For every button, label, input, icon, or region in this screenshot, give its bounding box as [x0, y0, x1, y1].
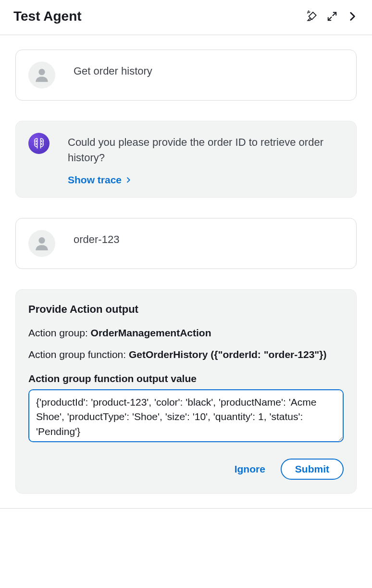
expand-icon[interactable] [327, 11, 337, 22]
page-title: Test Agent [13, 9, 82, 24]
action-buttons-row: Ignore Submit [28, 459, 344, 480]
chevron-right-icon [124, 176, 132, 184]
user-avatar-icon [28, 62, 55, 89]
ignore-button[interactable]: Ignore [235, 463, 265, 475]
footer-divider [0, 508, 372, 509]
user-message: order-123 [15, 218, 357, 269]
action-group-label: Action group: [28, 327, 91, 338]
chat-content: Get order history Could you please provi… [0, 35, 372, 494]
clear-icon[interactable] [306, 10, 318, 23]
user-message: Get order history [15, 50, 357, 101]
action-function-label: Action group function: [28, 349, 129, 360]
agent-avatar-icon [28, 133, 50, 154]
output-value-textarea[interactable] [28, 389, 344, 442]
action-heading: Provide Action output [28, 303, 344, 316]
user-message-text: Get order history [74, 64, 344, 79]
svg-point-0 [38, 69, 45, 75]
output-value-label: Action group function output value [28, 373, 344, 384]
submit-button[interactable]: Submit [281, 459, 344, 480]
collapse-chevron-icon[interactable] [346, 10, 359, 23]
panel-header: Test Agent [0, 0, 372, 35]
agent-message: Could you please provide the order ID to… [15, 121, 357, 198]
header-actions [306, 10, 359, 23]
user-message-text: order-123 [74, 232, 344, 247]
svg-point-3 [36, 143, 36, 144]
action-output-panel: Provide Action output Action group: Orde… [15, 289, 357, 494]
svg-point-4 [41, 143, 42, 144]
show-trace-label: Show trace [68, 174, 122, 186]
user-avatar-icon [28, 230, 55, 257]
show-trace-link[interactable]: Show trace [68, 174, 132, 186]
action-function-value: GetOrderHistory ({"orderId: "order-123"}… [129, 349, 326, 360]
svg-point-5 [38, 237, 45, 243]
action-group-value: OrderManagementAction [91, 327, 211, 338]
action-function-row: Action group function: GetOrderHistory (… [28, 347, 344, 362]
action-group-row: Action group: OrderManagementAction [28, 325, 344, 341]
svg-point-1 [36, 141, 36, 141]
svg-point-2 [41, 141, 42, 141]
agent-message-text: Could you please provide the order ID to… [68, 135, 344, 166]
